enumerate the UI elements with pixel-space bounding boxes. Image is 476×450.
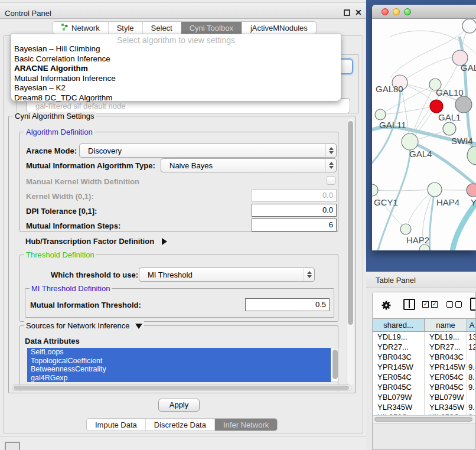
mi-type-combo[interactable]: Naive Bayes bbox=[161, 158, 337, 172]
table-row[interactable]: YDL19...YDL19...13 bbox=[373, 332, 476, 342]
which-threshold-label: Which threshold to use: bbox=[51, 270, 138, 279]
table-row[interactable]: YPR145WYPR145W9. bbox=[373, 362, 476, 372]
kernel-width-field[interactable]: 0.0 bbox=[252, 189, 337, 202]
close-icon[interactable]: ✕ bbox=[355, 8, 362, 17]
table-row[interactable]: YBL079WYBL079W bbox=[373, 392, 476, 402]
sources-title-row[interactable]: Sources for Network Inference bbox=[24, 321, 144, 330]
apply-button[interactable]: Apply bbox=[158, 399, 200, 412]
tab-style[interactable]: Style bbox=[109, 22, 143, 34]
tab-infer-network[interactable]: Infer Network bbox=[215, 419, 277, 431]
tab-cyni-toolbox[interactable]: Cyni Toolbox bbox=[181, 22, 242, 34]
bottom-corner-button[interactable] bbox=[5, 442, 20, 450]
table-panel: ✓ ✓ shared... name A YDL19...YDL19...13 … bbox=[372, 292, 476, 450]
node-red-selected[interactable] bbox=[430, 100, 443, 113]
dropdown-item-dream8[interactable]: Dream8 DC_TDC Algorithm bbox=[11, 93, 341, 103]
tab-impute-data-label: Impute Data bbox=[95, 420, 137, 429]
table-horizontal-scrollbar-thumb[interactable] bbox=[374, 417, 472, 422]
table-row[interactable]: YBR043CYBR043C bbox=[373, 352, 476, 362]
document-icon[interactable] bbox=[470, 298, 476, 311]
dpi-tolerance-label: DPI Tolerance [0,1]: bbox=[26, 207, 97, 216]
table-row[interactable]: YBR045CYBR045C9. bbox=[373, 382, 476, 392]
node-gal4[interactable] bbox=[402, 133, 418, 150]
network-window-titlebar[interactable] bbox=[372, 5, 476, 19]
settings-vertical-scrollbar[interactable] bbox=[347, 119, 354, 386]
node-hap2[interactable] bbox=[400, 224, 411, 234]
cell: YBR043C bbox=[373, 352, 425, 362]
settings-scrollbar-thumb[interactable] bbox=[348, 121, 353, 325]
table-horizontal-scrollbar[interactable] bbox=[373, 415, 476, 423]
combo-arrows-icon bbox=[325, 159, 336, 172]
dropdown-item-mutual-information[interactable]: Mutual Information Inference bbox=[11, 74, 341, 84]
mi-threshold-label: Mutual Information Threshold: bbox=[30, 301, 141, 309]
node-swi4[interactable] bbox=[467, 146, 476, 165]
dropdown-item-basic-correlation[interactable]: Basic Correlation Inference bbox=[11, 54, 341, 64]
tab-network[interactable]: Network bbox=[53, 22, 109, 34]
combo-arrows-icon bbox=[325, 144, 336, 157]
mi-threshold-definition-group: MI Threshold Definition Mutual Informati… bbox=[25, 288, 334, 318]
table-row[interactable]: YDR27...YDR27...12 bbox=[373, 342, 476, 352]
zoom-traffic-light-icon[interactable] bbox=[404, 8, 411, 15]
settings-horizontal-scrollbar-thumb[interactable] bbox=[14, 386, 349, 390]
node-hap4[interactable] bbox=[428, 182, 442, 197]
tab-discretize-data[interactable]: Discretize Data bbox=[146, 419, 215, 431]
list-item-betweennesscentrality[interactable]: BetweennessCentrality bbox=[27, 365, 331, 374]
deselect-all-checkboxes-icon[interactable] bbox=[446, 301, 462, 308]
node-gal11[interactable] bbox=[375, 109, 386, 120]
table-header-row: shared... name A bbox=[373, 318, 476, 332]
label-gcy1: GCY1 bbox=[374, 197, 398, 207]
network-graph: GAL80 GAL10 GAL GAL1 GAL11 SWI4 GAL4 GCY… bbox=[372, 19, 476, 250]
dropdown-item-bayesian-hill-climbing[interactable]: Bayesian – Hill Climbing bbox=[11, 44, 341, 54]
node-y-partial[interactable] bbox=[467, 184, 476, 197]
list-item-gal4rgexp[interactable]: gal4RGexp bbox=[27, 374, 331, 383]
cell: YLR345W bbox=[425, 402, 467, 412]
hub-definition-toggle[interactable]: Hub/Transcription Factor Definition bbox=[25, 236, 167, 246]
node-gray[interactable] bbox=[455, 96, 472, 113]
cell: YPR145W bbox=[373, 362, 425, 372]
tab-select-label: Select bbox=[151, 24, 172, 32]
mi-steps-field[interactable]: 6 bbox=[252, 219, 337, 231]
split-columns-icon[interactable] bbox=[403, 299, 415, 310]
column-header-partial[interactable]: A bbox=[467, 319, 476, 331]
tab-impute-data[interactable]: Impute Data bbox=[87, 419, 146, 431]
float-window-icon[interactable] bbox=[344, 9, 350, 16]
column-header-name[interactable]: name bbox=[425, 319, 467, 331]
list-item-topologicalcoefficient[interactable]: TopologicalCoefficient bbox=[27, 357, 331, 366]
dropdown-item-bayesian-k2[interactable]: Bayesian – K2 bbox=[11, 83, 341, 93]
dropdown-item-aracne[interactable]: ARACNE Algorithm bbox=[11, 64, 341, 74]
select-all-checkboxes-icon[interactable]: ✓ ✓ bbox=[422, 301, 438, 308]
tab-discretize-data-label: Discretize Data bbox=[154, 420, 206, 429]
close-traffic-light-icon[interactable] bbox=[382, 8, 389, 15]
which-threshold-combo[interactable]: MI Threshold bbox=[139, 268, 315, 282]
cell: 8. bbox=[467, 372, 476, 382]
tab-jactivemnodules-label: jActiveMNodules bbox=[250, 24, 308, 32]
attributes-list-scrollbar-thumb[interactable] bbox=[332, 350, 338, 379]
node-partial-bottom[interactable] bbox=[419, 244, 430, 250]
network-tab-icon bbox=[61, 23, 69, 32]
node-gcy1[interactable] bbox=[372, 184, 378, 196]
cyni-algorithm-settings-group: Cyni Algorithm Settings Algorithm Defini… bbox=[8, 116, 356, 393]
column-header-shared-name[interactable]: shared... bbox=[373, 319, 425, 331]
tab-jactivemnodules[interactable]: jActiveMNodules bbox=[242, 22, 316, 34]
mi-threshold-field[interactable]: 0.5 bbox=[245, 298, 330, 311]
table-row[interactable]: YER054CYER054C8. bbox=[373, 372, 476, 382]
list-item-selfloops[interactable]: SelfLoops bbox=[27, 348, 331, 357]
control-panel-title: Control Panel bbox=[5, 9, 51, 18]
attributes-list-scrollbar[interactable] bbox=[331, 348, 339, 382]
table-row[interactable]: YLR345WYLR345W9. bbox=[373, 402, 476, 412]
aracne-mode-combo[interactable]: Discovery bbox=[79, 144, 337, 158]
node-gal1[interactable] bbox=[443, 122, 456, 135]
cell: 9. bbox=[467, 402, 476, 412]
gear-icon[interactable] bbox=[381, 300, 392, 313]
manual-kernel-checkbox[interactable] bbox=[327, 176, 335, 185]
cell: YDR27... bbox=[373, 342, 425, 352]
node-partial-top[interactable] bbox=[462, 19, 476, 33]
algorithm-definition-title: Algorithm Definition bbox=[24, 128, 94, 136]
tab-select[interactable]: Select bbox=[143, 22, 181, 34]
label-y-partial: Y bbox=[471, 197, 476, 207]
minimize-traffic-light-icon[interactable] bbox=[393, 8, 400, 15]
network-canvas[interactable]: GAL80 GAL10 GAL GAL1 GAL11 SWI4 GAL4 GCY… bbox=[372, 19, 476, 250]
cell: YDR27... bbox=[425, 342, 467, 352]
label-hap2: HAP2 bbox=[406, 235, 429, 245]
dpi-tolerance-field[interactable]: 0.0 bbox=[252, 204, 337, 217]
settings-horizontal-scrollbar[interactable] bbox=[12, 384, 352, 391]
